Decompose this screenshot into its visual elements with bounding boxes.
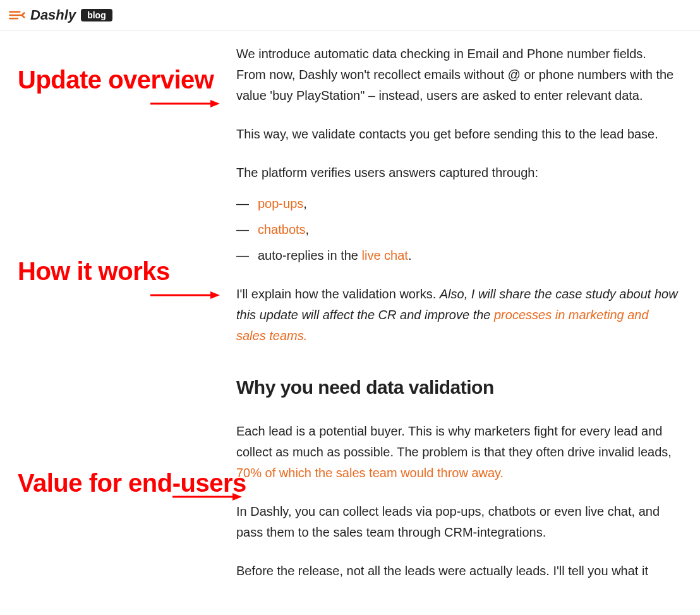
arrow-icon — [150, 87, 220, 100]
paragraph: The platform verifies users answers capt… — [236, 162, 679, 183]
svg-marker-5 — [232, 493, 242, 501]
list-item: — auto-replies in the live chat. — [236, 245, 679, 266]
heading-why: Why you need data validation — [236, 372, 679, 403]
text-pre: auto-replies in the — [258, 248, 362, 262]
list-item-text: auto-replies in the live chat. — [258, 245, 411, 266]
list-item: — chatbots, — [236, 219, 679, 240]
link-livechat[interactable]: live chat — [362, 248, 408, 262]
list-item-text: pop-ups, — [258, 193, 307, 214]
paragraph: In Dashly, you can collect leads via pop… — [236, 501, 679, 543]
site-header: Dashly blog — [0, 0, 700, 31]
dash-icon: — — [236, 219, 249, 240]
dash-icon: — — [236, 193, 249, 214]
annotation-label: How it works — [18, 257, 170, 285]
paragraph: This way, we validate contacts you get b… — [236, 124, 679, 145]
paragraph: We introduce automatic data checking in … — [236, 44, 679, 106]
annotation-how-it-works: How it works — [18, 257, 170, 285]
svg-marker-1 — [210, 100, 220, 107]
svg-marker-3 — [210, 291, 220, 299]
list-item-text: chatbots, — [258, 219, 309, 240]
paragraph: I'll explain how the validation works. A… — [236, 284, 679, 346]
text-tail: , — [306, 222, 310, 236]
link-popups[interactable]: pop-ups — [258, 197, 303, 210]
dash-icon: — — [236, 245, 249, 266]
blog-badge[interactable]: blog — [81, 9, 112, 21]
article-body: We introduce automatic data checking in … — [236, 44, 679, 582]
paragraph: Each lead is a potential buyer. This is … — [236, 421, 679, 484]
text-tail: , — [303, 197, 307, 210]
annotation-update-overview: Update overview — [18, 66, 214, 94]
text: I'll explain how the validation works. — [236, 287, 440, 301]
annotation-value-end-users: Value for end-users — [18, 469, 246, 497]
brand-text[interactable]: Dashly — [30, 7, 76, 23]
link-chatbots[interactable]: chatbots — [258, 222, 306, 236]
text: Each lead is a potential buyer. This is … — [236, 424, 672, 459]
dashly-logo-icon[interactable] — [8, 6, 25, 24]
arrow-icon — [150, 279, 220, 291]
text-tail: . — [408, 248, 412, 262]
paragraph: Before the release, not all the leads we… — [236, 561, 679, 582]
content-area: Update overview How it works Value for e… — [0, 31, 700, 582]
list: — pop-ups, — chatbots, — auto-replies in… — [236, 193, 679, 266]
link-seventy-percent[interactable]: 70% of which the sales team would throw … — [236, 466, 504, 480]
arrow-icon — [172, 480, 242, 493]
list-item: — pop-ups, — [236, 193, 679, 214]
